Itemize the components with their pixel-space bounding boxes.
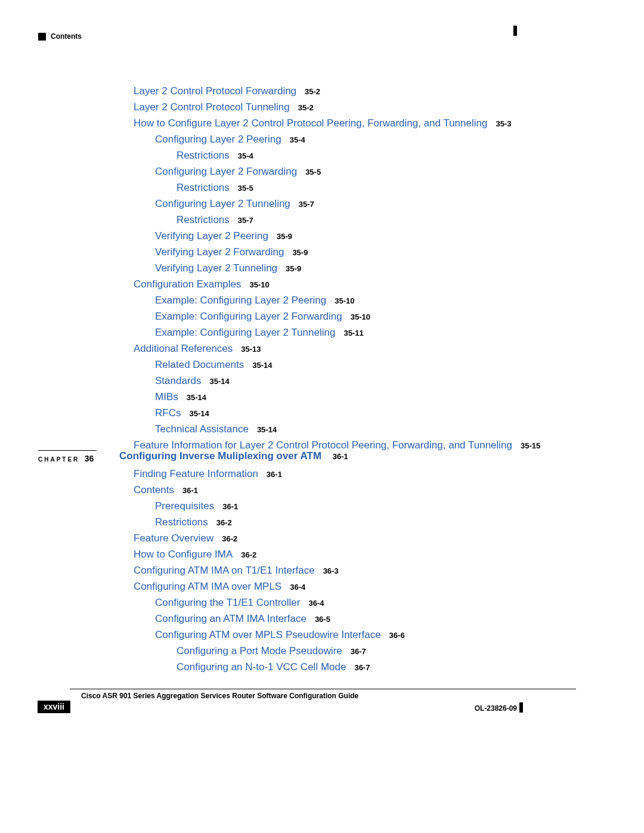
toc-page-ref: 35-10 bbox=[249, 280, 269, 289]
toc-link[interactable]: Configuring Layer 2 Forwarding bbox=[155, 166, 297, 177]
toc-page-ref: 35-7 bbox=[238, 216, 253, 225]
toc-page-ref: 36-1 bbox=[267, 470, 282, 479]
toc-entry: Feature Overview36-2 bbox=[134, 531, 587, 547]
toc-link[interactable]: Configuring Layer 2 Tunneling bbox=[155, 198, 290, 209]
toc-link[interactable]: Related Documents bbox=[155, 359, 244, 370]
toc-link[interactable]: How to Configure Layer 2 Control Protoco… bbox=[134, 117, 487, 129]
toc-page-ref: 35-14 bbox=[252, 361, 272, 370]
toc-entry: Standards35-14 bbox=[134, 373, 587, 389]
toc-link[interactable]: Contents bbox=[134, 484, 174, 496]
toc-entry: Additional References35-13 bbox=[134, 341, 587, 357]
toc-link[interactable]: Verifying Layer 2 Forwarding bbox=[155, 246, 284, 258]
toc-entry: Verifying Layer 2 Peering35-9 bbox=[134, 228, 587, 244]
toc-link[interactable]: Configuring the T1/E1 Controller bbox=[155, 597, 301, 608]
toc-entry: Layer 2 Control Protocol Forwarding35-2 bbox=[134, 83, 587, 100]
toc-page-ref: 35-11 bbox=[343, 329, 363, 337]
toc-page-ref: 36-7 bbox=[351, 647, 366, 656]
toc-link[interactable]: Configuring Layer 2 Peering bbox=[155, 134, 281, 145]
toc-link[interactable]: How to Configure IMA bbox=[134, 549, 233, 560]
toc-link[interactable]: Example: Configuring Layer 2 Peering bbox=[155, 295, 326, 306]
toc-page-ref: 36-4 bbox=[290, 583, 305, 592]
toc-entry: How to Configure IMA36-2 bbox=[134, 547, 587, 563]
toc-link[interactable]: Example: Configuring Layer 2 Forwarding bbox=[155, 311, 342, 322]
toc-link[interactable]: Restrictions bbox=[177, 214, 230, 225]
toc-link[interactable]: Technical Assistance bbox=[155, 423, 249, 435]
toc-entry: RFCs35-14 bbox=[134, 405, 587, 422]
toc-link[interactable]: Feature Information for Layer 2 Control … bbox=[134, 439, 512, 451]
toc-page-ref: 35-14 bbox=[210, 377, 230, 386]
toc-entry: Configuring ATM over MPLS Pseudowire Int… bbox=[134, 627, 587, 643]
toc-link[interactable]: Prerequisites bbox=[155, 500, 214, 512]
toc-page-ref: 35-10 bbox=[335, 296, 354, 305]
toc-link[interactable]: Verifying Layer 2 Peering bbox=[155, 230, 268, 241]
footer-end-mark bbox=[519, 702, 523, 713]
toc-link[interactable]: Configuration Examples bbox=[134, 278, 241, 290]
toc-entry: Example: Configuring Layer 2 Peering35-1… bbox=[134, 293, 587, 309]
toc-page-ref: 35-3 bbox=[496, 119, 511, 128]
chapter-title-link[interactable]: Configuring Inverse Muliplexing over ATM bbox=[119, 450, 321, 462]
toc-page-ref: 35-9 bbox=[277, 232, 292, 241]
chapter-label: CHAPTER bbox=[38, 456, 79, 463]
page: Contents Layer 2 Control Protocol Forwar… bbox=[0, 0, 644, 833]
toc-entry: Configuring Layer 2 Tunneling35-7 bbox=[134, 196, 587, 212]
chapter-number: 36 bbox=[85, 454, 94, 463]
toc-entry: Verifying Layer 2 Tunneling35-9 bbox=[134, 261, 587, 277]
toc-page-ref: 35-14 bbox=[189, 409, 209, 418]
header-end-mark bbox=[513, 26, 517, 36]
toc-entry: Finding Feature Information36-1 bbox=[134, 466, 587, 482]
toc-page-ref: 35-5 bbox=[305, 168, 321, 176]
toc-entry: Configuring an N-to-1 VCC Cell Mode36-7 bbox=[134, 659, 587, 676]
toc-page-ref: 36-5 bbox=[315, 615, 330, 624]
toc-entry: MIBs35-14 bbox=[134, 389, 587, 405]
toc-page-ref: 35-9 bbox=[292, 248, 308, 257]
toc-link[interactable]: Configuring ATM IMA on T1/E1 Interface bbox=[134, 565, 315, 576]
toc-page-ref: 35-7 bbox=[299, 200, 314, 209]
chapter-rule bbox=[38, 450, 97, 451]
chapter-page-ref: 36-1 bbox=[333, 452, 348, 461]
toc-page-ref: 35-15 bbox=[521, 441, 540, 450]
toc-page-ref: 35-13 bbox=[241, 345, 261, 354]
toc-link[interactable]: Example: Configuring Layer 2 Tunneling bbox=[155, 327, 335, 338]
toc-link[interactable]: Layer 2 Control Protocol Tunneling bbox=[134, 101, 290, 113]
toc-link[interactable]: Restrictions bbox=[155, 516, 208, 528]
toc-page-ref: 35-2 bbox=[305, 87, 320, 96]
toc-entry: Configuring an ATM IMA Interface36-5 bbox=[134, 611, 587, 627]
toc-link[interactable]: Verifying Layer 2 Tunneling bbox=[155, 262, 277, 274]
toc-link[interactable]: Layer 2 Control Protocol Forwarding bbox=[134, 85, 296, 97]
toc-link[interactable]: Finding Feature Information bbox=[134, 468, 258, 479]
toc-page-ref: 35-14 bbox=[257, 425, 277, 434]
header-square-icon bbox=[38, 33, 46, 41]
toc-link[interactable]: Feature Overview bbox=[134, 532, 213, 544]
toc-link[interactable]: Standards bbox=[155, 375, 202, 386]
toc-link[interactable]: Configuring a Port Mode Pseudowire bbox=[177, 645, 342, 657]
toc-link[interactable]: Additional References bbox=[134, 343, 233, 354]
toc-page-ref: 36-1 bbox=[222, 502, 238, 511]
toc-link[interactable]: RFCs bbox=[155, 407, 181, 419]
toc-page-ref: 35-4 bbox=[290, 135, 305, 144]
toc-link[interactable]: Configuring an N-to-1 VCC Cell Mode bbox=[177, 661, 346, 673]
footer-doc-number: OL-23826-09 bbox=[475, 704, 517, 713]
running-header: Contents bbox=[38, 32, 82, 41]
toc-page-ref: 35-2 bbox=[298, 103, 314, 112]
toc-link[interactable]: MIBs bbox=[155, 391, 178, 402]
toc-entry: Layer 2 Control Protocol Tunneling35-2 bbox=[134, 100, 587, 116]
toc-link[interactable]: Restrictions bbox=[177, 150, 230, 161]
toc-entry: Contents36-1 bbox=[134, 482, 587, 498]
footer-page-number: xxviii bbox=[38, 701, 70, 713]
toc-page-ref: 36-7 bbox=[354, 663, 370, 672]
chapter-title-row: Configuring Inverse Muliplexing over ATM… bbox=[119, 450, 348, 462]
toc-link[interactable]: Configuring an ATM IMA Interface bbox=[155, 613, 306, 624]
toc-link[interactable]: Restrictions bbox=[177, 182, 230, 193]
footer-doc-title: Cisco ASR 901 Series Aggregation Service… bbox=[81, 692, 358, 700]
toc-section-36: Finding Feature Information36-1Contents3… bbox=[134, 466, 587, 676]
toc-page-ref: 35-5 bbox=[238, 184, 253, 193]
toc-page-ref: 36-3 bbox=[323, 566, 339, 575]
header-label: Contents bbox=[51, 32, 82, 41]
toc-page-ref: 36-2 bbox=[222, 534, 237, 543]
toc-entry: How to Configure Layer 2 Control Protoco… bbox=[134, 116, 587, 132]
toc-link[interactable]: Configuring ATM IMA over MPLS bbox=[134, 581, 281, 592]
toc-entry: Restrictions35-4 bbox=[134, 148, 587, 164]
toc-entry: Configuring Layer 2 Forwarding35-5 bbox=[134, 164, 587, 180]
toc-link[interactable]: Configuring ATM over MPLS Pseudowire Int… bbox=[155, 629, 381, 640]
toc-entry: Restrictions36-2 bbox=[134, 515, 587, 531]
